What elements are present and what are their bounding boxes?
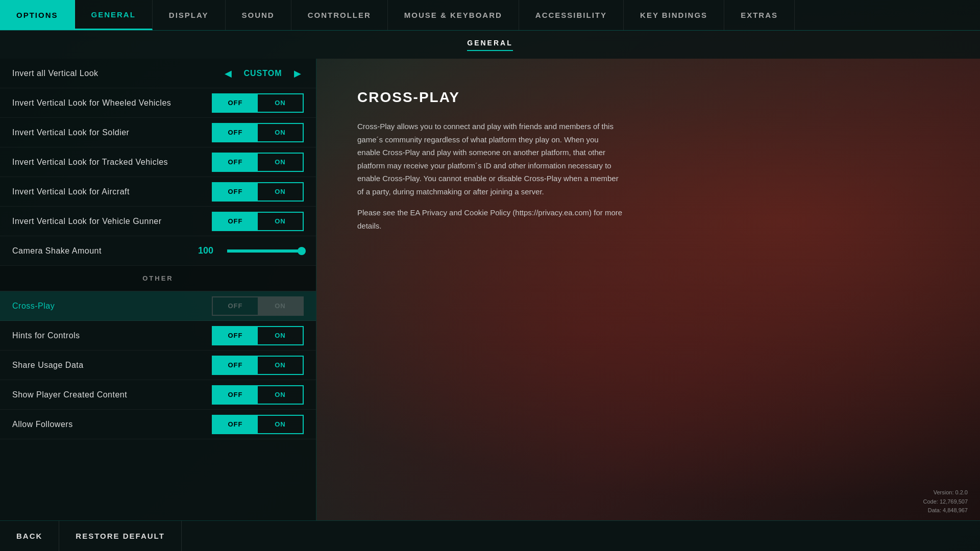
toggle-player-content[interactable]: OFF ON — [212, 385, 304, 405]
toggle-off-label[interactable]: OFF — [213, 154, 258, 171]
nav-tab-extras[interactable]: EXTRAS — [724, 0, 795, 30]
sub-header: GENERAL — [0, 31, 980, 59]
toggle-off-label[interactable]: OFF — [213, 327, 258, 344]
toggle-on-label[interactable]: ON — [258, 213, 303, 230]
toggle-on-label[interactable]: ON — [258, 154, 303, 171]
toggle-tracked[interactable]: OFF ON — [212, 153, 304, 172]
tracked-label: Invert Vertical Look for Tracked Vehicle… — [12, 158, 168, 167]
nav-tab-key-bindings[interactable]: KEY BINDINGS — [624, 0, 724, 30]
nav-tab-mouse-keyboard[interactable]: MOUSE & KEYBOARD — [388, 0, 519, 30]
version-code: Code: 12,769,507 — [923, 497, 968, 507]
toggle-off-label[interactable]: OFF — [213, 416, 258, 433]
toggle-on-label[interactable]: ON — [258, 124, 303, 141]
section-other-header: OTHER — [0, 266, 316, 291]
settings-panel: Invert all Vertical Look ◀ CUSTOM ▶ Inve… — [0, 59, 316, 520]
custom-value: CUSTOM — [242, 69, 283, 78]
crossplay-label: Cross-Play — [12, 302, 55, 311]
bottom-bar: BACK RESTORE DEFAULT — [0, 520, 980, 551]
detail-para-2: Please see the EA Privacy and Cookie Pol… — [357, 206, 623, 232]
setting-hints[interactable]: Hints for Controls OFF ON — [0, 321, 316, 350]
toggle-usage[interactable]: OFF ON — [212, 356, 304, 375]
gunner-label: Invert Vertical Look for Vehicle Gunner — [12, 217, 162, 226]
sub-header-label: GENERAL — [467, 39, 512, 51]
toggle-hints[interactable]: OFF ON — [212, 326, 304, 345]
toggle-aircraft[interactable]: OFF ON — [212, 182, 304, 202]
arrow-left-icon[interactable]: ◀ — [222, 68, 234, 79]
hints-label: Hints for Controls — [12, 331, 80, 340]
camera-shake-label: Camera Shake Amount — [12, 246, 102, 256]
toggle-off-label[interactable]: OFF — [213, 124, 258, 141]
slider-thumb — [298, 247, 306, 255]
toggle-on-label[interactable]: ON — [258, 94, 303, 112]
slider-fill — [227, 249, 304, 253]
setting-tracked[interactable]: Invert Vertical Look for Tracked Vehicle… — [0, 147, 316, 177]
invert-all-label: Invert all Vertical Look — [12, 69, 99, 78]
toggle-followers[interactable]: OFF ON — [212, 415, 304, 434]
slider-value: 100 — [198, 245, 221, 256]
usage-label: Share Usage Data — [12, 361, 84, 370]
camera-shake-slider[interactable]: 100 — [198, 245, 304, 256]
aircraft-label: Invert Vertical Look for Aircraft — [12, 187, 130, 196]
toggle-on-label[interactable]: ON — [258, 386, 303, 404]
setting-followers[interactable]: Allow Followers OFF ON — [0, 410, 316, 439]
detail-title: CROSS-PLAY — [357, 89, 939, 106]
setting-gunner[interactable]: Invert Vertical Look for Vehicle Gunner … — [0, 207, 316, 236]
setting-soldier[interactable]: Invert Vertical Look for Soldier OFF ON — [0, 118, 316, 147]
nav-tab-general[interactable]: GENERAL — [75, 0, 153, 30]
toggle-on-label[interactable]: ON — [258, 183, 303, 201]
toggle-off-label[interactable]: OFF — [213, 213, 258, 230]
soldier-label: Invert Vertical Look for Soldier — [12, 128, 129, 137]
player-content-label: Show Player Created Content — [12, 390, 127, 399]
toggle-soldier[interactable]: OFF ON — [212, 123, 304, 142]
detail-para-1: Cross-Play allows you to connect and pla… — [357, 120, 623, 198]
version-data: Data: 4,848,967 — [923, 506, 968, 515]
top-nav: OPTIONS GENERAL DISPLAY SOUND CONTROLLER… — [0, 0, 980, 31]
nav-tab-options[interactable]: OPTIONS — [0, 0, 75, 30]
version-number: Version: 0.2.0 — [923, 488, 968, 497]
back-button[interactable]: BACK — [0, 521, 59, 551]
setting-invert-all[interactable]: Invert all Vertical Look ◀ CUSTOM ▶ — [0, 59, 316, 88]
detail-description: Cross-Play allows you to connect and pla… — [357, 120, 623, 232]
toggle-wheeled[interactable]: OFF ON — [212, 93, 304, 113]
wheeled-label: Invert Vertical Look for Wheeled Vehicle… — [12, 98, 171, 108]
arrow-right-icon[interactable]: ▶ — [291, 68, 304, 79]
toggle-off-label[interactable]: OFF — [213, 94, 258, 112]
slider-track[interactable] — [227, 249, 304, 253]
setting-aircraft[interactable]: Invert Vertical Look for Aircraft OFF ON — [0, 177, 316, 207]
setting-crossplay[interactable]: Cross-Play OFF ON — [0, 291, 316, 321]
toggle-off-label[interactable]: OFF — [213, 183, 258, 201]
toggle-on-label[interactable]: ON — [258, 297, 303, 315]
followers-label: Allow Followers — [12, 420, 73, 429]
toggle-on-label[interactable]: ON — [258, 357, 303, 374]
main-content: Invert all Vertical Look ◀ CUSTOM ▶ Inve… — [0, 59, 980, 520]
nav-tab-controller[interactable]: CONTROLLER — [291, 0, 388, 30]
toggle-gunner[interactable]: OFF ON — [212, 212, 304, 231]
detail-panel: CROSS-PLAY Cross-Play allows you to conn… — [316, 59, 980, 520]
nav-tab-sound[interactable]: SOUND — [226, 0, 291, 30]
restore-default-button[interactable]: RESTORE DEFAULT — [59, 521, 181, 551]
version-info: Version: 0.2.0 Code: 12,769,507 Data: 4,… — [923, 488, 968, 515]
nav-tab-display[interactable]: DISPLAY — [153, 0, 226, 30]
setting-usage[interactable]: Share Usage Data OFF ON — [0, 350, 316, 380]
toggle-off-label[interactable]: OFF — [213, 357, 258, 374]
nav-tab-accessibility[interactable]: ACCESSIBILITY — [519, 0, 624, 30]
toggle-on-label[interactable]: ON — [258, 327, 303, 344]
toggle-off-label[interactable]: OFF — [213, 386, 258, 404]
setting-player-content[interactable]: Show Player Created Content OFF ON — [0, 380, 316, 410]
toggle-on-label[interactable]: ON — [258, 416, 303, 433]
toggle-off-label[interactable]: OFF — [213, 297, 258, 315]
toggle-crossplay[interactable]: OFF ON — [212, 296, 304, 316]
setting-camera-shake[interactable]: Camera Shake Amount 100 — [0, 236, 316, 266]
setting-wheeled[interactable]: Invert Vertical Look for Wheeled Vehicle… — [0, 88, 316, 118]
custom-selector[interactable]: ◀ CUSTOM ▶ — [222, 68, 304, 79]
